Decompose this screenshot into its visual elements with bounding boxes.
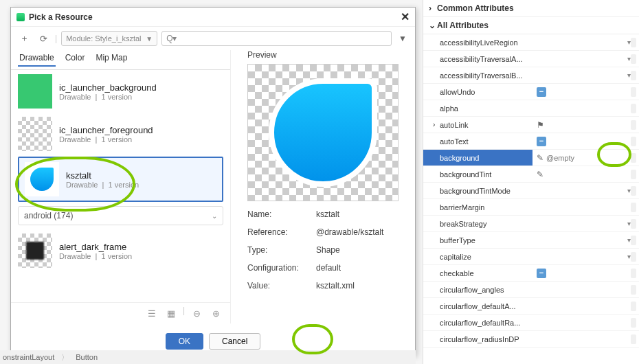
attribute-control[interactable]: ▾ (620, 186, 639, 196)
attribute-control[interactable] (620, 137, 639, 146)
attribute-control[interactable] (620, 150, 639, 166)
attribute-key: checkable (440, 269, 532, 277)
attribute-control[interactable]: ▾ (620, 71, 639, 80)
list-view-icon[interactable]: ☰ (144, 306, 159, 321)
attribute-control[interactable] (620, 104, 639, 113)
section-all-attributes[interactable]: ⌄ All Attributes (423, 17, 639, 34)
attribute-row[interactable]: accessibilityTraversalA... ▾ (423, 51, 639, 67)
attribute-control[interactable] (620, 302, 639, 311)
attribute-row[interactable]: breakStrategy ▾ (423, 216, 639, 232)
attribute-key: alpha (440, 104, 532, 113)
attribute-row[interactable]: capitalize ▾ (423, 249, 639, 265)
attribute-row[interactable]: autoText − (423, 133, 639, 150)
attribute-value[interactable]: ⚑ (532, 120, 620, 130)
attribute-value[interactable]: − (532, 269, 620, 278)
dialog-toolbar: ＋ ⟳ | Module: Style_i_ksztal ▼ Q▾ ▼ (11, 27, 415, 50)
detail-type-label: Type: (247, 245, 316, 255)
attribute-row[interactable]: › autoLink ⚑ (423, 117, 639, 133)
resource-list-pane: Drawable Color Mip Map ic_launcher_backg… (11, 50, 231, 323)
breadcrumb-item[interactable]: Button (76, 353, 98, 361)
attribute-control[interactable]: ▾ (620, 219, 639, 229)
dialog-title: Pick a Resource (29, 12, 401, 22)
flag-icon: ⚑ (537, 120, 544, 130)
attribute-control[interactable] (620, 120, 639, 130)
attribute-row[interactable]: bufferType ▾ (423, 232, 639, 249)
attribute-row[interactable]: barrierMargin (423, 199, 639, 216)
resource-list-item[interactable]: ic_launcher_foreground Drawable | 1 vers… (11, 113, 230, 155)
search-input[interactable]: Q▾ (161, 31, 392, 46)
resource-list-item[interactable]: ksztalt Drawable | 1 version (18, 157, 223, 202)
chevron-right-icon: › (429, 3, 437, 13)
attribute-row[interactable]: circularflow_radiusInDP (423, 331, 639, 348)
attribute-key: circularflow_defaultRa... (440, 319, 532, 327)
ok-button[interactable]: OK (166, 333, 203, 350)
attribute-key: allowUndo (440, 88, 532, 96)
attribute-row[interactable]: backgroundTintMode ▾ (423, 183, 639, 199)
attribute-key: autoText (440, 137, 532, 146)
attribute-value[interactable]: ✎ (532, 170, 620, 179)
preview-label: Preview (247, 50, 408, 60)
attribute-value[interactable]: − (532, 137, 620, 146)
attribute-control[interactable] (620, 269, 639, 278)
attribute-row[interactable]: circularflow_angles (423, 282, 639, 298)
attribute-control[interactable]: ▾ (620, 54, 639, 64)
add-button[interactable]: ＋ (16, 31, 32, 46)
chevron-down-icon: ⌄ (212, 212, 217, 220)
breadcrumb-item[interactable]: onstraintLayout (3, 353, 54, 361)
detail-name-value: ksztalt (316, 209, 339, 219)
attribute-value[interactable]: ✎ @empty (532, 150, 620, 166)
divider: | (183, 306, 185, 321)
attributes-panel: › Common Attributes ⌄ All Attributes acc… (423, 0, 639, 364)
grid-view-icon[interactable]: ▦ (164, 306, 179, 321)
pencil-icon: ✎ (537, 153, 543, 163)
attribute-value[interactable]: − (532, 87, 620, 97)
close-icon[interactable]: ✕ (401, 10, 410, 23)
tab-color[interactable]: Color (64, 50, 87, 67)
attribute-control[interactable]: ▾ (620, 38, 639, 47)
attribute-control[interactable]: ▾ (620, 236, 639, 245)
attribute-row[interactable]: alpha (423, 100, 639, 117)
refresh-button[interactable]: ⟳ (36, 31, 51, 46)
attribute-control[interactable] (620, 203, 639, 212)
cancel-button[interactable]: Cancel (209, 333, 260, 350)
resource-list-item[interactable]: alert_dark_frame Drawable | 1 version (11, 229, 230, 272)
attribute-control[interactable] (620, 285, 639, 295)
attribute-key: barrierMargin (440, 203, 532, 212)
attribute-row[interactable]: accessibilityLiveRegion ▾ (423, 34, 639, 51)
resource-meta: Drawable | 1 version (59, 135, 153, 144)
tab-drawable[interactable]: Drawable (18, 50, 56, 67)
section-label: All Attributes (437, 21, 489, 30)
filter-icon[interactable]: ▼ (396, 34, 410, 43)
module-selector[interactable]: Module: Style_i_ksztal ▼ (61, 31, 157, 46)
attribute-control[interactable] (620, 87, 639, 97)
resource-meta: Drawable | 1 version (59, 93, 157, 101)
divider: | (55, 34, 57, 43)
attribute-key: accessibilityTraversalB... (440, 71, 532, 80)
thumbnail-icon (18, 74, 52, 109)
attribute-key: backgroundTint (440, 170, 532, 179)
android-icon (16, 13, 25, 21)
resource-group-android[interactable]: android (174)⌄ (18, 206, 223, 225)
attribute-row[interactable]: background ✎ @empty (423, 150, 639, 166)
attribute-control[interactable] (620, 334, 639, 344)
detail-ref-value: @drawable/ksztalt (316, 227, 383, 237)
detail-value-value: ksztalt.xml (316, 281, 355, 291)
attribute-control[interactable] (620, 170, 639, 179)
attribute-control[interactable]: ▾ (620, 252, 639, 262)
tab-mipmap[interactable]: Mip Map (94, 50, 128, 67)
resource-list-item[interactable]: ic_launcher_background Drawable | 1 vers… (11, 70, 230, 113)
attribute-row[interactable]: allowUndo − (423, 84, 639, 100)
attribute-control[interactable] (620, 318, 639, 328)
attribute-row[interactable]: checkable − (423, 265, 639, 282)
section-common-attributes[interactable]: › Common Attributes (423, 0, 639, 17)
attribute-key: backgroundTintMode (440, 187, 532, 195)
attribute-row[interactable]: circularflow_defaultRa... (423, 315, 639, 331)
detail-ref-label: Reference: (247, 227, 316, 237)
attribute-key: circularflow_defaultA... (440, 302, 532, 310)
attribute-row[interactable]: accessibilityTraversalB... ▾ (423, 67, 639, 84)
attribute-row[interactable]: circularflow_defaultA... (423, 298, 639, 315)
add-plus-button[interactable]: ⊕ (208, 306, 223, 321)
attribute-row[interactable]: backgroundTint ✎ (423, 166, 639, 183)
thumbnail-icon (18, 234, 52, 268)
remove-button[interactable]: ⊖ (189, 306, 204, 321)
